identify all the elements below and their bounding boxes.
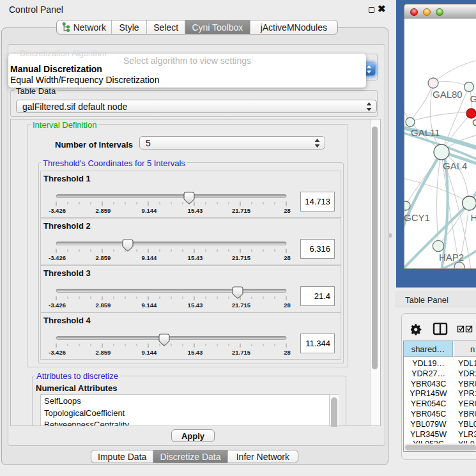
svg-text:2.859: 2.859 xyxy=(96,302,111,309)
svg-text:9.144: 9.144 xyxy=(142,349,157,356)
svg-text:28: 28 xyxy=(284,254,291,261)
svg-text:GAL11: GAL11 xyxy=(411,127,440,138)
svg-text:-3.426: -3.426 xyxy=(49,207,66,214)
svg-text:-3.426: -3.426 xyxy=(49,254,66,261)
svg-text:GAL: GAL xyxy=(470,93,476,104)
svg-text:21.715: 21.715 xyxy=(232,302,251,309)
svg-text:21.715: 21.715 xyxy=(232,207,251,214)
svg-text:2.859: 2.859 xyxy=(96,254,111,261)
svg-text:HAP2: HAP2 xyxy=(439,252,464,263)
svg-text:15.43: 15.43 xyxy=(188,207,203,214)
svg-text:28: 28 xyxy=(284,349,291,356)
svg-text:GCY1: GCY1 xyxy=(404,212,430,223)
svg-text:H: H xyxy=(471,212,476,223)
svg-text:-3.426: -3.426 xyxy=(49,302,66,309)
svg-text:28: 28 xyxy=(284,302,291,309)
svg-text:-3.426: -3.426 xyxy=(49,349,66,356)
svg-text:15.43: 15.43 xyxy=(188,302,203,309)
svg-text:15.43: 15.43 xyxy=(188,254,203,261)
svg-text:GAL4: GAL4 xyxy=(443,160,467,171)
svg-text:28: 28 xyxy=(284,207,291,214)
svg-text:9.144: 9.144 xyxy=(142,207,157,214)
svg-text:GAL80: GAL80 xyxy=(433,89,463,100)
svg-text:9.144: 9.144 xyxy=(142,302,157,309)
svg-text:21.715: 21.715 xyxy=(232,349,251,356)
svg-text:2.859: 2.859 xyxy=(96,207,111,214)
svg-text:21.715: 21.715 xyxy=(232,254,251,261)
svg-text:9.144: 9.144 xyxy=(142,254,157,261)
svg-text:C: C xyxy=(472,117,476,128)
svg-text:2.859: 2.859 xyxy=(96,349,111,356)
svg-text:15.43: 15.43 xyxy=(188,349,203,356)
